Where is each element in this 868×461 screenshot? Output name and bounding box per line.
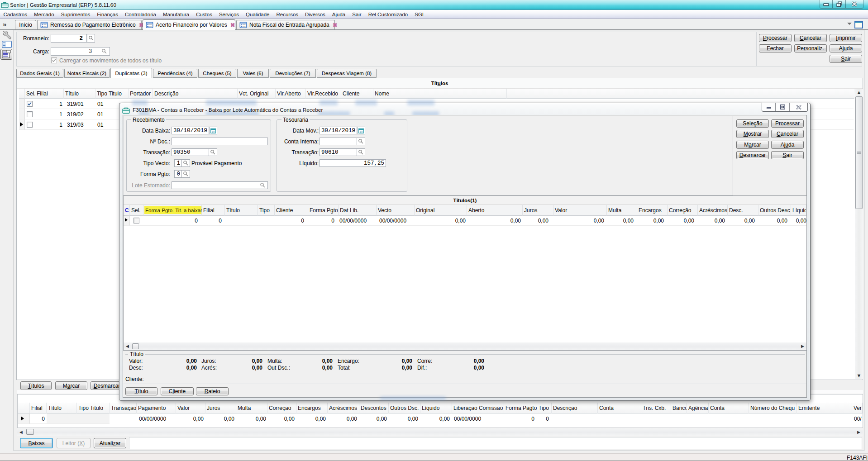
svg-text:10: 10 (212, 130, 215, 133)
svg-text:10: 10 (360, 130, 363, 133)
